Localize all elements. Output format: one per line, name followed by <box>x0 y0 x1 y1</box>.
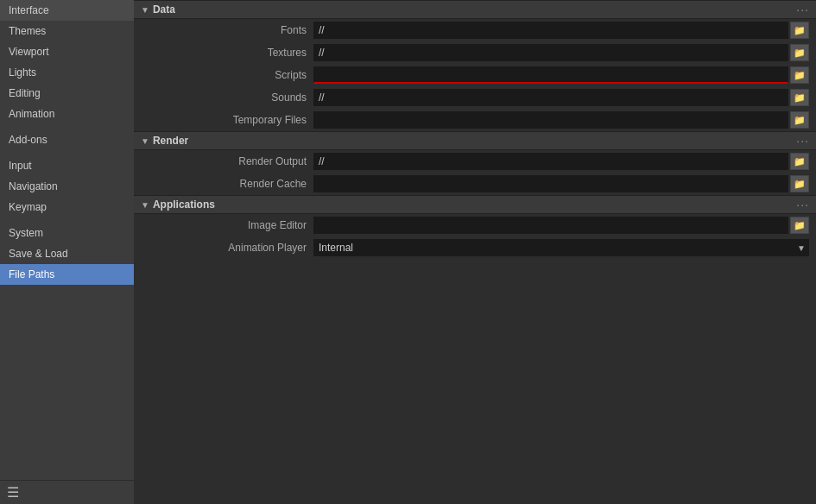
sidebar-item-themes[interactable]: Themes <box>0 21 134 41</box>
render-section-arrow[interactable]: ▼ <box>141 136 149 146</box>
sidebar-item-editing[interactable]: Editing <box>0 83 134 104</box>
sounds-input-wrap: 📁 <box>313 89 809 106</box>
textures-label: Textures <box>141 47 313 59</box>
render-output-folder-btn[interactable]: 📁 <box>790 153 809 170</box>
fonts-folder-btn[interactable]: 📁 <box>790 22 809 39</box>
sounds-row: Sounds 📁 <box>134 86 816 109</box>
sidebar-item-lights[interactable]: Lights <box>0 62 134 83</box>
image-editor-label: Image Editor <box>141 219 313 231</box>
render-section-header: ▼ Render ··· <box>134 131 816 150</box>
sidebar: Interface Themes Viewport Lights Editing… <box>0 0 134 504</box>
sounds-folder-btn[interactable]: 📁 <box>790 89 809 106</box>
textures-folder-btn[interactable]: 📁 <box>790 44 809 61</box>
render-output-input[interactable] <box>313 153 788 170</box>
applications-section-title: Applications <box>153 198 215 211</box>
temp-files-input[interactable] <box>313 111 788 129</box>
image-editor-row: Image Editor 📁 <box>134 214 816 236</box>
sidebar-item-viewport[interactable]: Viewport <box>0 41 134 62</box>
scripts-label: Scripts <box>141 69 313 81</box>
sidebar-item-system[interactable]: System <box>0 223 134 243</box>
sidebar-item-navigation[interactable]: Navigation <box>0 176 134 197</box>
animation-player-label: Animation Player <box>141 242 313 254</box>
applications-section-arrow[interactable]: ▼ <box>141 200 149 210</box>
textures-input-wrap: 📁 <box>313 44 809 61</box>
sidebar-item-add-ons[interactable]: Add-ons <box>0 129 134 150</box>
render-cache-input-wrap: 📁 <box>313 175 809 192</box>
sidebar-item-input[interactable]: Input <box>0 155 134 176</box>
fonts-input[interactable] <box>313 22 788 39</box>
render-output-input-wrap: 📁 <box>313 153 809 170</box>
animation-player-input-wrap: Internal External ▼ <box>313 239 809 256</box>
animation-player-select[interactable]: Internal External <box>313 239 809 256</box>
main-content: ▼ Data ··· Fonts 📁 Textures 📁 Scripts 📁 … <box>134 0 816 504</box>
temp-files-label: Temporary Files <box>141 114 313 126</box>
data-section-dots[interactable]: ··· <box>796 3 809 16</box>
fonts-row: Fonts 📁 <box>134 19 816 41</box>
animation-player-select-wrap: Internal External ▼ <box>313 239 809 256</box>
hamburger-icon[interactable]: ☰ <box>7 484 19 501</box>
render-cache-folder-btn[interactable]: 📁 <box>790 175 809 192</box>
sidebar-item-interface[interactable]: Interface <box>0 0 134 21</box>
image-editor-input-wrap: 📁 <box>313 217 809 234</box>
scripts-input[interactable] <box>313 66 788 84</box>
animation-player-row: Animation Player Internal External ▼ <box>134 236 816 259</box>
scripts-row: Scripts 📁 <box>134 64 816 86</box>
data-section-arrow[interactable]: ▼ <box>141 5 149 15</box>
fonts-input-wrap: 📁 <box>313 22 809 39</box>
render-output-row: Render Output 📁 <box>134 150 816 173</box>
temp-files-row: Temporary Files 📁 <box>134 109 816 131</box>
sidebar-item-file-paths[interactable]: File Paths <box>0 264 134 285</box>
render-section-title: Render <box>153 135 188 147</box>
image-editor-input[interactable] <box>313 217 788 234</box>
render-cache-input[interactable] <box>313 175 788 192</box>
scripts-folder-btn[interactable]: 📁 <box>790 66 809 84</box>
bottom-bar: ☰ <box>0 480 134 504</box>
scripts-input-wrap: 📁 <box>313 66 809 84</box>
sidebar-item-animation[interactable]: Animation <box>0 104 134 124</box>
temp-files-input-wrap: 📁 <box>313 111 809 129</box>
sidebar-item-keymap[interactable]: Keymap <box>0 197 134 217</box>
render-output-label: Render Output <box>141 155 313 167</box>
data-section-header: ▼ Data ··· <box>134 0 816 19</box>
sidebar-item-save-load[interactable]: Save & Load <box>0 243 134 264</box>
data-section-title: Data <box>153 3 175 16</box>
render-cache-label: Render Cache <box>141 178 313 190</box>
textures-row: Textures 📁 <box>134 41 816 64</box>
textures-input[interactable] <box>313 44 788 61</box>
render-cache-row: Render Cache 📁 <box>134 173 816 195</box>
fonts-label: Fonts <box>141 24 313 36</box>
sounds-label: Sounds <box>141 91 313 104</box>
applications-section-dots[interactable]: ··· <box>796 198 809 211</box>
applications-section-header: ▼ Applications ··· <box>134 195 816 214</box>
sounds-input[interactable] <box>313 89 788 106</box>
temp-files-folder-btn[interactable]: 📁 <box>790 111 809 129</box>
image-editor-folder-btn[interactable]: 📁 <box>790 217 809 234</box>
render-section-dots[interactable]: ··· <box>796 134 809 148</box>
